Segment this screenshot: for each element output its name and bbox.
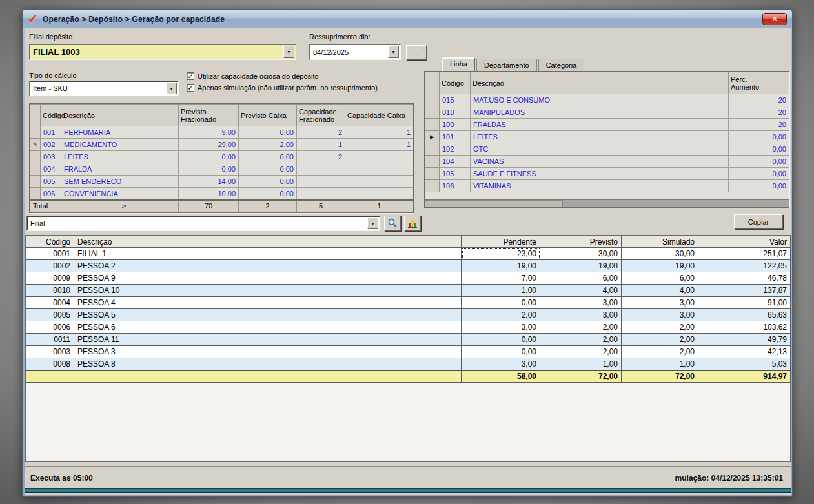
col-header-codigo[interactable]: Código — [440, 72, 471, 94]
previsto-cell[interactable]: 2,00 — [540, 346, 622, 358]
code-cell[interactable]: 0003 — [26, 346, 74, 358]
tab-categoria[interactable]: Categoria — [538, 59, 585, 71]
selected-row-indicator-icon[interactable]: ▶ — [425, 131, 440, 143]
filial-deposito-combobox[interactable]: FILIAL 1003 ▼ — [29, 44, 296, 60]
previsto-cell[interactable]: 19,00 — [540, 260, 622, 272]
row-gutter[interactable] — [30, 188, 41, 200]
col-header-capacidade-caixa[interactable]: Capacidade Caixa — [345, 105, 414, 126]
table-row[interactable]: 0001FILIAL 123,0030,0030,00251,07 — [26, 248, 791, 260]
col-header-descricao[interactable]: Descrição — [471, 72, 729, 94]
copiar-button[interactable]: Copiar — [734, 214, 783, 229]
valor-cell[interactable]: 5,03 — [698, 358, 791, 370]
valor-cell[interactable]: 251,07 — [698, 248, 791, 260]
previsto-fracionado-cell[interactable]: 14,00 — [179, 176, 239, 188]
description-cell[interactable]: PESSOA 10 — [74, 285, 462, 297]
description-cell[interactable]: CONVENIENCIA — [61, 188, 179, 200]
table-row[interactable]: 005SEM ENDERECO14,000,00 — [30, 176, 414, 188]
simulado-cell[interactable]: 19,00 — [622, 260, 698, 272]
description-cell[interactable]: FILIAL 1 — [74, 248, 462, 260]
tab-departamento[interactable]: Departamento — [476, 59, 537, 71]
close-button[interactable]: ✕ — [762, 13, 787, 25]
table-row[interactable]: 0004PESSOA 40,003,003,0091,00 — [26, 297, 791, 309]
pendente-cell[interactable]: 0,00 — [462, 334, 540, 346]
table-row[interactable]: 102OTC0,00 — [425, 143, 789, 156]
description-cell[interactable]: PESSOA 4 — [74, 297, 462, 309]
valor-cell[interactable]: 65,63 — [698, 309, 791, 321]
col-header-perc-aumento[interactable]: Perc. Aumento — [729, 72, 789, 94]
perc-aumento-cell[interactable]: 0,00 — [729, 131, 789, 143]
table-row[interactable]: 015MAT.USO E CONSUMO20 — [425, 94, 789, 106]
previsto-caixa-cell[interactable]: 2,00 — [239, 139, 297, 151]
valor-cell[interactable]: 103,62 — [698, 321, 791, 334]
row-gutter[interactable] — [30, 163, 41, 176]
table-row[interactable]: 0009PESSOA 97,006,006,0046,78 — [26, 272, 791, 285]
description-cell[interactable]: PESSOA 9 — [74, 272, 462, 285]
code-cell[interactable]: 0004 — [26, 297, 74, 309]
previsto-caixa-cell[interactable]: 0,00 — [239, 126, 297, 139]
code-cell[interactable]: 106 — [440, 180, 471, 192]
checkbox-checked-icon[interactable]: ✓ — [187, 84, 194, 92]
description-cell[interactable]: FRALDA — [61, 163, 179, 176]
simulado-cell[interactable]: 6,00 — [622, 272, 698, 285]
ressuprimento-dia-datepicker[interactable]: 04/12/2025 ▼ — [309, 44, 401, 60]
row-gutter[interactable] — [425, 143, 440, 156]
previsto-cell[interactable]: 30,00 — [540, 248, 622, 260]
table-row[interactable]: 0005PESSOA 52,003,003,0065,63 — [26, 309, 791, 321]
checkbox-apenas-simulacao[interactable]: ✓ Apenas simulação (não utilizar parâm. … — [187, 84, 378, 92]
code-cell[interactable]: 105 — [440, 168, 471, 180]
row-gutter[interactable] — [425, 156, 440, 168]
simulado-cell[interactable]: 1,00 — [622, 358, 698, 370]
description-cell[interactable]: PESSOA 11 — [74, 334, 462, 346]
description-cell[interactable]: PERFUMARIA — [61, 126, 179, 139]
description-cell[interactable]: MAT.USO E CONSUMO — [471, 94, 729, 106]
previsto-caixa-cell[interactable]: 0,00 — [239, 163, 297, 176]
description-cell[interactable]: SAÚDE E FITNESS — [471, 168, 729, 180]
row-gutter[interactable] — [30, 176, 41, 188]
description-cell[interactable]: SEM ENDERECO — [61, 176, 179, 188]
row-gutter[interactable] — [425, 119, 440, 131]
table-row[interactable]: 0006PESSOA 63,002,002,00103,62 — [26, 321, 791, 334]
horizontal-scrollbar[interactable] — [425, 199, 789, 207]
row-gutter[interactable] — [425, 168, 440, 180]
row-gutter[interactable] — [425, 180, 440, 192]
code-cell[interactable]: 0008 — [26, 358, 74, 370]
code-cell[interactable]: 003 — [41, 151, 61, 163]
col-header-previsto-caixa[interactable]: Previsto Caixa — [239, 105, 297, 126]
capacidade-fracionado-cell[interactable]: 1 — [297, 139, 345, 151]
perc-aumento-cell[interactable]: 20 — [729, 94, 789, 106]
previsto-fracionado-cell[interactable]: 29,00 — [179, 139, 239, 151]
capacidade-caixa-cell[interactable] — [345, 176, 414, 188]
capacidade-caixa-cell[interactable]: 1 — [345, 126, 414, 139]
chevron-down-icon[interactable]: ▼ — [166, 83, 177, 94]
capacidade-caixa-cell[interactable] — [345, 163, 414, 176]
previsto-cell[interactable]: 3,00 — [540, 297, 622, 309]
perc-aumento-cell[interactable]: 0,00 — [729, 143, 789, 156]
edit-indicator-icon[interactable]: ✎ — [30, 139, 41, 151]
description-cell[interactable]: MEDICAMENTO — [61, 139, 179, 151]
previsto-caixa-cell[interactable]: 0,00 — [239, 151, 297, 163]
simulado-cell[interactable]: 2,00 — [622, 334, 698, 346]
description-cell[interactable]: PESSOA 6 — [74, 321, 462, 334]
table-row[interactable]: 104VACINAS0,00 — [425, 156, 789, 168]
col-header-previsto[interactable]: Previsto — [540, 236, 622, 248]
simulado-cell[interactable]: 3,00 — [622, 309, 698, 321]
valor-cell[interactable]: 46,78 — [698, 272, 791, 285]
table-row[interactable]: ✎002MEDICAMENTO29,002,0011 — [30, 139, 414, 151]
code-cell[interactable]: 0009 — [26, 272, 74, 285]
code-cell[interactable]: 100 — [440, 119, 471, 131]
valor-cell[interactable]: 122,05 — [698, 260, 791, 272]
previsto-caixa-cell[interactable]: 0,00 — [239, 188, 297, 200]
previsto-cell[interactable]: 2,00 — [540, 321, 622, 334]
code-cell[interactable]: 0002 — [26, 260, 74, 272]
code-cell[interactable]: 002 — [41, 139, 61, 151]
tipo-calculo-combobox[interactable]: Item - SKU ▼ — [29, 81, 179, 96]
capacidade-fracionado-cell[interactable]: 2 — [297, 126, 345, 139]
pendente-cell[interactable]: 19,00 — [462, 260, 540, 272]
col-header-codigo[interactable]: Código — [41, 105, 61, 126]
table-row[interactable]: 0010PESSOA 101,004,004,00137,87 — [26, 285, 791, 297]
description-cell[interactable]: VITAMINAS — [471, 180, 729, 192]
capacidade-caixa-cell[interactable] — [345, 151, 414, 163]
pendente-cell[interactable]: 23,00 — [462, 248, 540, 260]
perc-aumento-cell[interactable]: 20 — [729, 106, 789, 119]
table-row[interactable]: 006CONVENIENCIA10,000,00 — [30, 188, 414, 200]
